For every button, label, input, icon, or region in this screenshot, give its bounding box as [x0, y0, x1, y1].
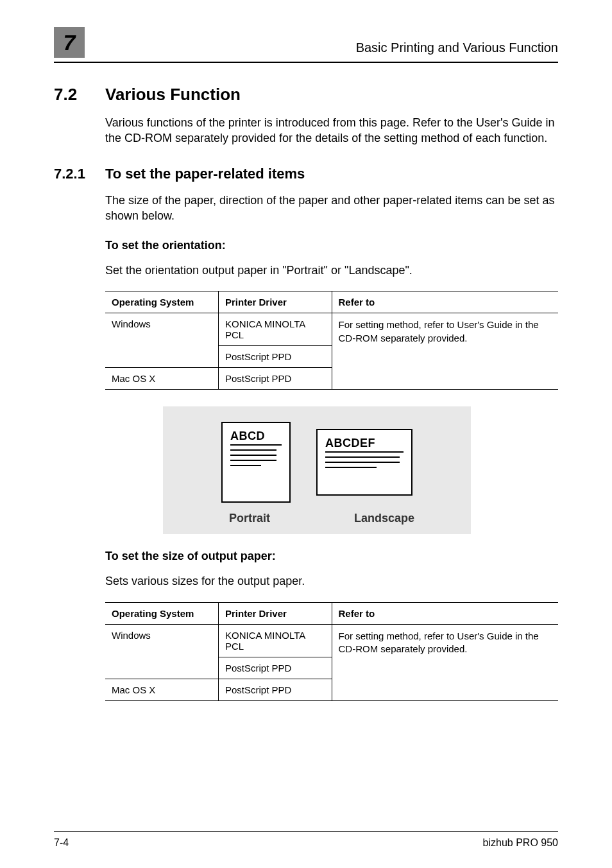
text-line-icon — [230, 449, 276, 451]
table-row: Windows KONICA MINOLTA PCL For setting m… — [105, 313, 558, 346]
portrait-caption: Portrait — [205, 512, 294, 525]
cell-refer: For setting method, refer to User's Guid… — [332, 624, 558, 700]
cell-os: Mac OS X — [105, 368, 219, 390]
output-paper-text: Sets various sizes for the output paper. — [105, 573, 558, 589]
footer-rule — [54, 831, 558, 832]
landscape-caption: Landscape — [339, 512, 429, 525]
cell-driver: PostScript PPD — [219, 679, 332, 700]
subsection-title: To set the paper-related items — [105, 166, 305, 182]
output-paper-table: Operating System Printer Driver Refer to… — [105, 602, 558, 701]
subsection-intro: The size of the paper, direction of the … — [105, 193, 558, 224]
cell-text: For setting method, refer to User's Guid… — [339, 319, 539, 343]
cell-driver: KONICA MINOLTA PCL — [219, 624, 332, 657]
col-os: Operating System — [105, 602, 219, 624]
table-row: Windows KONICA MINOLTA PCL For setting m… — [105, 624, 558, 657]
subsection-heading: 7.2.1 To set the paper-related items — [54, 166, 558, 182]
orientation-heading: To set the orientation: — [105, 239, 558, 252]
cell-driver: PostScript PPD — [219, 346, 332, 368]
section-heading: 7.2 Various Function — [54, 85, 558, 105]
output-paper-heading: To set the size of output paper: — [105, 550, 558, 563]
col-driver: Printer Driver — [219, 291, 332, 313]
text-line-icon — [230, 465, 261, 466]
cell-text: Windows — [112, 630, 151, 641]
text-line-icon — [230, 455, 276, 456]
page: 7 Basic Printing and Various Function 7.… — [0, 0, 612, 868]
cell-text: For setting method, refer to User's Guid… — [339, 630, 539, 654]
header-title: Basic Printing and Various Function — [356, 40, 558, 58]
page-footer: 7-4 bizhub PRO 950 — [54, 837, 558, 849]
cell-driver: KONICA MINOLTA PCL — [219, 313, 332, 346]
col-os: Operating System — [105, 291, 219, 313]
cell-driver: PostScript PPD — [219, 657, 332, 679]
col-refer: Refer to — [332, 602, 558, 624]
portrait-page-icon: ABCD — [221, 422, 291, 503]
landscape-label: ABCDEF — [325, 437, 404, 453]
chapter-number-box: 7 — [54, 27, 85, 58]
text-line-icon — [325, 462, 400, 463]
portrait-label: ABCD — [230, 430, 282, 446]
cell-refer: For setting method, refer to User's Guid… — [332, 313, 558, 390]
cell-driver: PostScript PPD — [219, 368, 332, 390]
orientation-text: Set the orientation output paper in "Por… — [105, 263, 558, 278]
table-header-row: Operating System Printer Driver Refer to — [105, 602, 558, 624]
subsection-number: 7.2.1 — [54, 166, 105, 182]
section-number: 7.2 — [54, 85, 105, 105]
page-header: 7 Basic Printing and Various Function — [54, 27, 558, 63]
cell-text: Windows — [112, 318, 151, 329]
product-name: bizhub PRO 950 — [483, 837, 558, 849]
section-intro: Various functions of the printer is intr… — [105, 115, 558, 146]
section-title: Various Function — [105, 85, 241, 105]
cell-os: Mac OS X — [105, 679, 219, 700]
page-number: 7-4 — [54, 837, 69, 849]
diagram-row: ABCD ABCDEF — [221, 422, 412, 503]
landscape-page-icon: ABCDEF — [316, 429, 412, 496]
orientation-table: Operating System Printer Driver Refer to… — [105, 291, 558, 390]
table-header-row: Operating System Printer Driver Refer to — [105, 291, 558, 313]
col-refer: Refer to — [332, 291, 558, 313]
col-driver: Printer Driver — [219, 602, 332, 624]
cell-os: Windows — [105, 624, 219, 679]
chapter-number: 7 — [64, 30, 76, 55]
text-line-icon — [325, 456, 400, 458]
orientation-diagram: ABCD ABCDEF Portrait Landscape — [163, 406, 471, 534]
diagram-caption-row: Portrait Landscape — [205, 512, 429, 525]
text-line-icon — [230, 460, 276, 461]
text-line-icon — [325, 467, 377, 468]
cell-os: Windows — [105, 313, 219, 368]
